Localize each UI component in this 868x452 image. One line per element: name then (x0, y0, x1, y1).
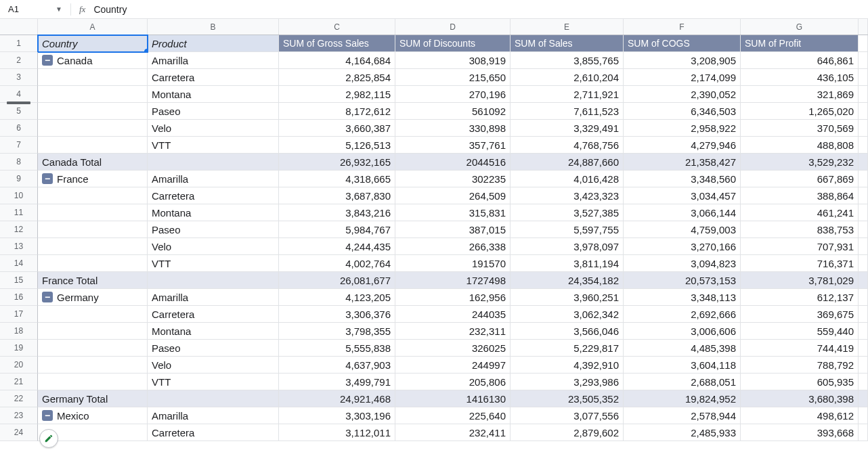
cell-metric-value[interactable]: 2,879,602 (511, 424, 624, 441)
cell-metric-value[interactable]: 788,792 (741, 357, 859, 374)
cell-metric-value[interactable]: 26,081,677 (279, 272, 395, 289)
column-header-D[interactable]: D (395, 19, 511, 35)
row-number[interactable]: 18 (0, 323, 38, 340)
row-number[interactable]: 4 (0, 86, 38, 103)
row-number[interactable]: 17 (0, 306, 38, 323)
cell-metric-value[interactable]: 1416130 (395, 390, 511, 407)
cell-metric-value[interactable]: 3,062,342 (511, 306, 624, 323)
row-number[interactable]: 10 (0, 187, 38, 204)
cell-product[interactable]: Montana (148, 86, 279, 103)
row-number[interactable]: 3 (0, 69, 38, 86)
cell-product[interactable]: Amarilla (148, 407, 279, 424)
cell-metric-value[interactable]: 3,811,194 (511, 255, 624, 272)
cell-metric-value[interactable]: 561092 (395, 103, 511, 120)
cell-metric-value[interactable]: 2,578,944 (624, 407, 741, 424)
collapse-icon[interactable]: − (42, 292, 53, 302)
cell-country[interactable]: −Canada (38, 52, 148, 69)
cell-metric-value[interactable]: 3,604,118 (624, 357, 741, 374)
cell-country[interactable]: −Germany (38, 289, 148, 306)
cell-metric-value[interactable]: 716,371 (741, 255, 859, 272)
cell-metric-value[interactable]: 3,423,323 (511, 187, 624, 204)
cell-metric-value[interactable]: 4,016,428 (511, 171, 624, 187)
cell-metric-value[interactable]: 2,390,052 (624, 86, 741, 103)
cell-metric-value[interactable]: 5,126,513 (279, 137, 395, 154)
cell-metric-value[interactable]: 2,982,115 (279, 86, 395, 103)
cell-metric-value[interactable]: 3,978,097 (511, 238, 624, 255)
cell[interactable] (148, 390, 279, 407)
cell-metric-value[interactable]: 3,680,398 (741, 390, 859, 407)
cell-metric-value[interactable]: 308,919 (395, 52, 511, 69)
cell-metric-value[interactable]: 3,293,986 (511, 374, 624, 390)
chevron-down-icon[interactable]: ▼ (56, 5, 62, 13)
cell[interactable] (38, 120, 148, 137)
cell-metric-value[interactable]: 205,806 (395, 374, 511, 390)
cell-metric-header[interactable]: SUM of Sales (511, 35, 624, 52)
spreadsheet-grid[interactable]: A B C D E F G 1CountryProductSUM of Gros… (0, 19, 868, 452)
cell-product[interactable]: Montana (148, 204, 279, 221)
cell-metric-value[interactable]: 24,887,660 (511, 154, 624, 171)
cell-product[interactable]: Velo (148, 238, 279, 255)
cell-metric-value[interactable]: 3,798,355 (279, 323, 395, 340)
cell-total-label[interactable]: Canada Total (38, 154, 148, 171)
cell-metric-value[interactable]: 2,711,921 (511, 86, 624, 103)
cell-product[interactable]: VTT (148, 137, 279, 154)
cell-metric-value[interactable]: 3,270,166 (624, 238, 741, 255)
cell-product[interactable]: Paseo (148, 221, 279, 238)
cell-metric-value[interactable]: 3,499,791 (279, 374, 395, 390)
row-number[interactable]: 21 (0, 374, 38, 390)
cell[interactable] (38, 323, 148, 340)
cell-metric-value[interactable]: 5,597,755 (511, 221, 624, 238)
row-number[interactable]: 19 (0, 340, 38, 357)
cell-country[interactable]: −France (38, 171, 148, 187)
column-header-F[interactable]: F (624, 19, 741, 35)
fx-icon[interactable]: fx (79, 4, 85, 15)
cell-metric-header[interactable]: SUM of Discounts (395, 35, 511, 52)
row-number[interactable]: 22 (0, 390, 38, 407)
cell-metric-value[interactable]: 264,509 (395, 187, 511, 204)
cell-product[interactable]: Amarilla (148, 171, 279, 187)
cell-metric-header[interactable]: SUM of Profit (741, 35, 859, 52)
cell-metric-value[interactable]: 559,440 (741, 323, 859, 340)
cell-metric-value[interactable]: 2044516 (395, 154, 511, 171)
cell-metric-value[interactable]: 20,573,153 (624, 272, 741, 289)
cell-metric-value[interactable]: 330,898 (395, 120, 511, 137)
cell-metric-value[interactable]: 3,843,216 (279, 204, 395, 221)
cell-metric-value[interactable]: 3,329,491 (511, 120, 624, 137)
cell[interactable] (38, 69, 148, 86)
row-number[interactable]: 20 (0, 357, 38, 374)
cell-metric-value[interactable]: 370,569 (741, 120, 859, 137)
cell[interactable] (38, 306, 148, 323)
cell-product[interactable]: Carretera (148, 69, 279, 86)
cell[interactable] (38, 255, 148, 272)
cell-metric-value[interactable]: 667,869 (741, 171, 859, 187)
cell-metric-value[interactable]: 3,566,046 (511, 323, 624, 340)
cell[interactable] (38, 204, 148, 221)
cell-metric-value[interactable]: 369,675 (741, 306, 859, 323)
cell-metric-value[interactable]: 4,768,756 (511, 137, 624, 154)
cell-metric-value[interactable]: 3,094,823 (624, 255, 741, 272)
row-number[interactable]: 24 (0, 424, 38, 441)
cell-metric-value[interactable]: 232,311 (395, 323, 511, 340)
cell-metric-value[interactable]: 3,077,556 (511, 407, 624, 424)
row-number[interactable]: 9 (0, 171, 38, 187)
cell-metric-value[interactable]: 321,869 (741, 86, 859, 103)
cell[interactable] (38, 221, 148, 238)
cell-metric-value[interactable]: 4,485,398 (624, 340, 741, 357)
cell-metric-value[interactable]: 5,229,817 (511, 340, 624, 357)
cell-metric-value[interactable]: 646,861 (741, 52, 859, 69)
cell-metric-value[interactable]: 244035 (395, 306, 511, 323)
cell[interactable] (148, 154, 279, 171)
cell-metric-value[interactable]: 3,960,251 (511, 289, 624, 306)
row-number[interactable]: 15 (0, 272, 38, 289)
cell-metric-value[interactable]: 3,066,144 (624, 204, 741, 221)
collapse-icon[interactable]: − (42, 410, 53, 421)
cell-metric-value[interactable]: 3,034,457 (624, 187, 741, 204)
cell-metric-value[interactable]: 4,318,665 (279, 171, 395, 187)
cell-product[interactable]: Velo (148, 120, 279, 137)
row-number[interactable]: 11 (0, 204, 38, 221)
cell[interactable] (38, 340, 148, 357)
cell-country[interactable]: −Mexico (38, 407, 148, 424)
row-number[interactable]: 23 (0, 407, 38, 424)
cell[interactable] (38, 86, 148, 103)
cell-metric-value[interactable]: 4,123,205 (279, 289, 395, 306)
